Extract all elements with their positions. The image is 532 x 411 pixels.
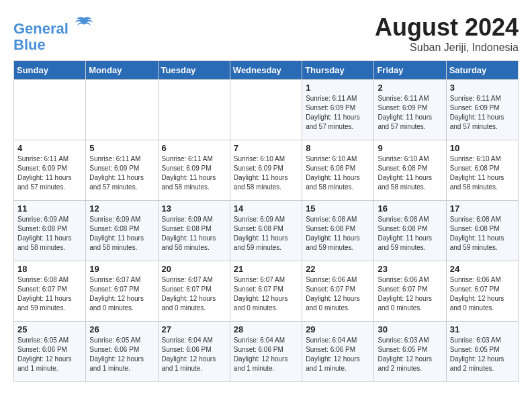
day-cell: 8Sunrise: 6:10 AM Sunset: 6:08 PM Daylig… bbox=[302, 140, 374, 201]
day-cell: 29Sunrise: 6:04 AM Sunset: 6:06 PM Dayli… bbox=[302, 322, 374, 382]
header-day-thursday: Thursday bbox=[302, 61, 374, 80]
day-number: 19 bbox=[89, 264, 154, 274]
header-day-monday: Monday bbox=[86, 61, 158, 80]
day-cell: 5Sunrise: 6:11 AM Sunset: 6:09 PM Daylig… bbox=[86, 140, 158, 201]
day-number: 12 bbox=[89, 203, 154, 214]
day-number: 31 bbox=[450, 324, 515, 334]
page-header: General Blue August 2024 Suban Jeriji, I… bbox=[13, 13, 519, 54]
day-cell bbox=[230, 80, 302, 140]
day-cell: 18Sunrise: 6:08 AM Sunset: 6:07 PM Dayli… bbox=[14, 261, 86, 322]
day-info: Sunrise: 6:06 AM Sunset: 6:07 PM Dayligh… bbox=[450, 275, 515, 313]
header-day-tuesday: Tuesday bbox=[158, 61, 230, 80]
day-number: 9 bbox=[378, 143, 442, 153]
day-cell: 21Sunrise: 6:07 AM Sunset: 6:07 PM Dayli… bbox=[230, 261, 302, 322]
day-info: Sunrise: 6:04 AM Sunset: 6:06 PM Dayligh… bbox=[162, 336, 226, 373]
day-cell: 26Sunrise: 6:05 AM Sunset: 6:06 PM Dayli… bbox=[86, 322, 158, 382]
day-cell: 13Sunrise: 6:09 AM Sunset: 6:08 PM Dayli… bbox=[158, 201, 230, 261]
day-number: 8 bbox=[306, 143, 370, 153]
day-info: Sunrise: 6:07 AM Sunset: 6:07 PM Dayligh… bbox=[234, 275, 298, 313]
day-cell bbox=[158, 80, 230, 140]
day-number: 11 bbox=[17, 203, 82, 214]
header-day-wednesday: Wednesday bbox=[230, 61, 302, 80]
day-info: Sunrise: 6:09 AM Sunset: 6:08 PM Dayligh… bbox=[17, 215, 82, 253]
day-number: 20 bbox=[162, 264, 226, 274]
day-info: Sunrise: 6:11 AM Sunset: 6:09 PM Dayligh… bbox=[378, 94, 442, 132]
day-info: Sunrise: 6:03 AM Sunset: 6:05 PM Dayligh… bbox=[450, 336, 515, 373]
day-number: 7 bbox=[234, 143, 298, 153]
day-number: 18 bbox=[17, 264, 82, 274]
day-info: Sunrise: 6:10 AM Sunset: 6:08 PM Dayligh… bbox=[306, 154, 370, 192]
day-cell: 19Sunrise: 6:07 AM Sunset: 6:07 PM Dayli… bbox=[86, 261, 158, 322]
day-number: 1 bbox=[306, 83, 370, 93]
header-row: SundayMondayTuesdayWednesdayThursdayFrid… bbox=[14, 61, 519, 80]
day-info: Sunrise: 6:06 AM Sunset: 6:07 PM Dayligh… bbox=[306, 275, 370, 313]
day-number: 5 bbox=[89, 143, 154, 153]
day-info: Sunrise: 6:10 AM Sunset: 6:09 PM Dayligh… bbox=[234, 154, 298, 192]
day-number: 24 bbox=[450, 264, 515, 274]
day-cell bbox=[86, 80, 158, 140]
week-row-2: 11Sunrise: 6:09 AM Sunset: 6:08 PM Dayli… bbox=[14, 201, 519, 261]
day-cell: 20Sunrise: 6:07 AM Sunset: 6:07 PM Dayli… bbox=[158, 261, 230, 322]
day-cell: 11Sunrise: 6:09 AM Sunset: 6:08 PM Dayli… bbox=[14, 201, 86, 261]
day-number: 17 bbox=[450, 203, 515, 214]
day-number: 29 bbox=[306, 324, 370, 334]
day-info: Sunrise: 6:06 AM Sunset: 6:07 PM Dayligh… bbox=[378, 275, 442, 313]
day-cell: 12Sunrise: 6:09 AM Sunset: 6:08 PM Dayli… bbox=[86, 201, 158, 261]
day-cell: 31Sunrise: 6:03 AM Sunset: 6:05 PM Dayli… bbox=[446, 322, 518, 382]
day-info: Sunrise: 6:08 AM Sunset: 6:08 PM Dayligh… bbox=[450, 215, 515, 253]
day-cell: 4Sunrise: 6:11 AM Sunset: 6:09 PM Daylig… bbox=[14, 140, 86, 201]
day-info: Sunrise: 6:05 AM Sunset: 6:06 PM Dayligh… bbox=[17, 336, 82, 373]
day-cell: 6Sunrise: 6:11 AM Sunset: 6:09 PM Daylig… bbox=[158, 140, 230, 201]
title-block: August 2024 Suban Jeriji, Indonesia bbox=[375, 13, 519, 54]
day-info: Sunrise: 6:07 AM Sunset: 6:07 PM Dayligh… bbox=[89, 275, 154, 313]
day-number: 30 bbox=[378, 324, 442, 334]
week-row-1: 4Sunrise: 6:11 AM Sunset: 6:09 PM Daylig… bbox=[14, 140, 519, 201]
header-day-sunday: Sunday bbox=[14, 61, 86, 80]
day-info: Sunrise: 6:08 AM Sunset: 6:08 PM Dayligh… bbox=[378, 215, 442, 253]
day-number: 6 bbox=[162, 143, 226, 153]
day-info: Sunrise: 6:04 AM Sunset: 6:06 PM Dayligh… bbox=[234, 336, 298, 373]
day-number: 10 bbox=[450, 143, 515, 153]
week-row-4: 25Sunrise: 6:05 AM Sunset: 6:06 PM Dayli… bbox=[14, 322, 519, 382]
day-cell: 30Sunrise: 6:03 AM Sunset: 6:05 PM Dayli… bbox=[374, 322, 446, 382]
day-info: Sunrise: 6:09 AM Sunset: 6:08 PM Dayligh… bbox=[234, 215, 298, 253]
month-title: August 2024 bbox=[375, 13, 519, 42]
day-cell: 28Sunrise: 6:04 AM Sunset: 6:06 PM Dayli… bbox=[230, 322, 302, 382]
day-number: 3 bbox=[450, 83, 515, 93]
day-info: Sunrise: 6:04 AM Sunset: 6:06 PM Dayligh… bbox=[306, 336, 370, 373]
day-cell: 24Sunrise: 6:06 AM Sunset: 6:07 PM Dayli… bbox=[446, 261, 518, 322]
day-number: 28 bbox=[234, 324, 298, 334]
logo-general: General bbox=[13, 20, 69, 37]
day-cell: 25Sunrise: 6:05 AM Sunset: 6:06 PM Dayli… bbox=[14, 322, 86, 382]
day-number: 26 bbox=[89, 324, 154, 334]
day-info: Sunrise: 6:09 AM Sunset: 6:08 PM Dayligh… bbox=[89, 215, 154, 253]
day-info: Sunrise: 6:08 AM Sunset: 6:07 PM Dayligh… bbox=[17, 275, 82, 313]
day-info: Sunrise: 6:11 AM Sunset: 6:09 PM Dayligh… bbox=[17, 154, 82, 192]
header-day-saturday: Saturday bbox=[446, 61, 518, 80]
day-number: 13 bbox=[162, 203, 226, 214]
day-number: 16 bbox=[378, 203, 442, 214]
day-number: 4 bbox=[17, 143, 82, 153]
day-info: Sunrise: 6:11 AM Sunset: 6:09 PM Dayligh… bbox=[306, 94, 370, 132]
day-cell: 1Sunrise: 6:11 AM Sunset: 6:09 PM Daylig… bbox=[302, 80, 374, 140]
day-cell: 7Sunrise: 6:10 AM Sunset: 6:09 PM Daylig… bbox=[230, 140, 302, 201]
day-cell: 9Sunrise: 6:10 AM Sunset: 6:08 PM Daylig… bbox=[374, 140, 446, 201]
day-cell: 23Sunrise: 6:06 AM Sunset: 6:07 PM Dayli… bbox=[374, 261, 446, 322]
week-row-0: 1Sunrise: 6:11 AM Sunset: 6:09 PM Daylig… bbox=[14, 80, 519, 140]
day-info: Sunrise: 6:07 AM Sunset: 6:07 PM Dayligh… bbox=[162, 275, 226, 313]
week-row-3: 18Sunrise: 6:08 AM Sunset: 6:07 PM Dayli… bbox=[14, 261, 519, 322]
calendar-table: SundayMondayTuesdayWednesdayThursdayFrid… bbox=[13, 60, 519, 382]
day-number: 27 bbox=[162, 324, 226, 334]
day-info: Sunrise: 6:05 AM Sunset: 6:06 PM Dayligh… bbox=[89, 336, 154, 373]
day-cell: 3Sunrise: 6:11 AM Sunset: 6:09 PM Daylig… bbox=[446, 80, 518, 140]
calendar-header: SundayMondayTuesdayWednesdayThursdayFrid… bbox=[14, 61, 519, 80]
logo-blue: Blue bbox=[13, 36, 46, 53]
day-number: 15 bbox=[306, 203, 370, 214]
day-cell: 14Sunrise: 6:09 AM Sunset: 6:08 PM Dayli… bbox=[230, 201, 302, 261]
day-number: 22 bbox=[306, 264, 370, 274]
calendar-body: 1Sunrise: 6:11 AM Sunset: 6:09 PM Daylig… bbox=[14, 80, 519, 382]
day-info: Sunrise: 6:10 AM Sunset: 6:08 PM Dayligh… bbox=[378, 154, 442, 192]
day-number: 23 bbox=[378, 264, 442, 274]
day-cell: 2Sunrise: 6:11 AM Sunset: 6:09 PM Daylig… bbox=[374, 80, 446, 140]
day-cell: 10Sunrise: 6:10 AM Sunset: 6:08 PM Dayli… bbox=[446, 140, 518, 201]
